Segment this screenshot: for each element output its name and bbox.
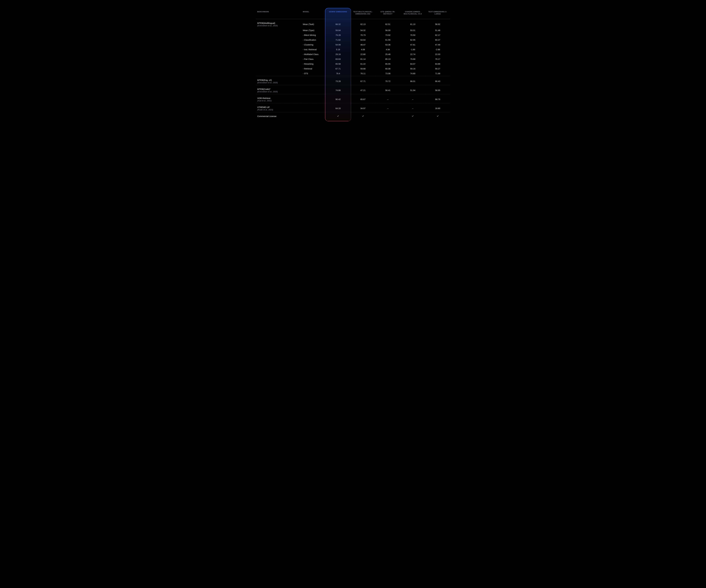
value-cell: 71.82 <box>326 38 350 42</box>
header-col-4: text-embedding-3-large <box>425 8 450 19</box>
model-label: - Reranking <box>302 61 326 66</box>
header-col-1: text-multilingual-embedding-002 <box>350 8 375 19</box>
benchmark-citation: (Enevoldsen et al., 2025) <box>257 25 300 27</box>
benchmark-cell <box>256 28 302 33</box>
model-label <box>302 85 326 94</box>
value-cell: 71.68 <box>425 71 450 76</box>
value-cell: – <box>400 103 425 112</box>
header-model: MODEL <box>302 8 326 19</box>
value-cell: 74.66 <box>326 85 350 94</box>
value-cell: 85.13 <box>376 57 400 61</box>
header-col-2: gte-Qwen2-7B-instruct <box>376 8 400 19</box>
table-row: XTREME-UP(Ruder et al., 2023)64.3334.97–… <box>256 103 450 112</box>
value-cell: 67.71 <box>326 66 350 71</box>
benchmark-table-wrap: BENCHMARK MODEL GEMINI EMBEDDING text-mu… <box>251 0 455 133</box>
check-icon <box>437 115 439 117</box>
value-cell: 64.07 <box>400 61 425 66</box>
value-cell: -1.89 <box>400 47 425 52</box>
value-cell: 68.76 <box>425 94 450 103</box>
model-label: - Pair Class. <box>302 57 326 61</box>
model-label: - Bitext Mining <box>302 33 326 38</box>
value-cell: 62.51 <box>376 19 400 28</box>
value-cell: 58.95 <box>425 85 450 94</box>
model-label <box>302 112 326 119</box>
value-cell: 22.80 <box>350 52 375 57</box>
value-cell: 18.80 <box>425 103 450 112</box>
table-row: - Inst. Retrieval5.184.084.94-1.89-2.68 <box>256 47 450 52</box>
value-cell: 4.94 <box>376 47 400 52</box>
header-col-3: Cohere-embed-multilingual-v3.0 <box>400 8 425 19</box>
value-cell: 79.4 <box>326 71 350 76</box>
value-cell: 64.33 <box>326 103 350 112</box>
table-row: MTEB(Eng, v2)(Enevoldsen et al., 2025)73… <box>256 76 450 85</box>
value-cell: 65.58 <box>326 61 350 66</box>
check-icon <box>412 115 414 117</box>
table-row: MTEB(Code)*(Enevoldsen et al., 2025)74.6… <box>256 85 450 94</box>
value-cell: 79.88 <box>400 57 425 61</box>
benchmark-title: Commercial License <box>257 115 276 117</box>
value-cell: 5.18 <box>326 47 350 52</box>
benchmark-table: BENCHMARK MODEL GEMINI EMBEDDING text-mu… <box>256 8 450 119</box>
value-cell <box>326 112 350 119</box>
value-cell: 79.28 <box>326 33 350 38</box>
value-cell: 67.71 <box>350 76 375 85</box>
value-cell: 65.55 <box>376 61 400 66</box>
value-cell: 74.80 <box>400 71 425 76</box>
value-cell: 54.32 <box>350 28 375 33</box>
table-row: - Reranking65.5861.2265.5564.0763.89 <box>256 61 450 66</box>
value-cell: 73.92 <box>376 33 400 38</box>
value-cell: 48.47 <box>350 42 375 47</box>
value-cell: 25.48 <box>376 52 400 57</box>
benchmark-title: XTREME-UP <box>257 106 270 109</box>
value-cell: 56.00 <box>376 28 400 33</box>
value-cell: 60.27 <box>425 38 450 42</box>
benchmark-citation: (Asai et al., 2021) <box>257 99 300 102</box>
benchmark-cell: XTREME-UP(Ruder et al., 2023) <box>256 103 302 112</box>
benchmark-cell <box>256 52 302 57</box>
model-label: - Multilabel Class. <box>302 52 326 57</box>
value-cell: 73.28 <box>326 76 350 85</box>
benchmark-cell: MTEB(Multilingual)(Enevoldsen et al., 20… <box>256 19 302 28</box>
value-cell <box>400 112 425 119</box>
model-label <box>302 94 326 103</box>
value-cell: 61.10 <box>400 19 425 28</box>
model-label: - Classification <box>302 38 326 42</box>
value-cell: 61.22 <box>350 61 375 66</box>
benchmark-cell <box>256 57 302 61</box>
value-cell: -2.68 <box>425 47 450 52</box>
benchmark-title: XOR-Retrieve <box>257 97 270 99</box>
value-cell: 59.68 <box>350 66 375 71</box>
value-cell: 90.42 <box>326 94 350 103</box>
benchmark-cell: Commercial License <box>256 112 302 119</box>
table-row: - STS79.476.1173.9874.8071.68 <box>256 71 450 76</box>
value-cell: – <box>376 94 400 103</box>
check-icon <box>337 115 339 117</box>
value-cell <box>376 112 400 119</box>
benchmark-cell <box>256 71 302 76</box>
table-row: - Bitext Mining79.2870.7373.9270.5062.17 <box>256 33 450 38</box>
value-cell: 22.03 <box>425 52 450 57</box>
value-cell: 34.97 <box>350 103 375 112</box>
table-row: - Classification71.8264.6461.5562.9560.2… <box>256 38 450 42</box>
table-row: - Pair Class.83.6381.1485.1379.8879.17 <box>256 57 450 61</box>
model-label: - Retrieval <box>302 66 326 71</box>
value-cell: 62.95 <box>400 38 425 42</box>
benchmark-title: MTEB(Multilingual) <box>257 22 275 24</box>
value-cell <box>425 112 450 119</box>
value-cell: 54.99 <box>326 42 350 47</box>
value-cell: 61.55 <box>376 38 400 42</box>
value-cell: 59.64 <box>326 28 350 33</box>
header-row: BENCHMARK MODEL GEMINI EMBEDDING text-mu… <box>256 8 450 19</box>
value-cell: 53.36 <box>376 42 400 47</box>
benchmark-cell <box>256 66 302 71</box>
value-cell <box>350 112 375 119</box>
model-label: - Clustering <box>302 42 326 47</box>
value-cell: 59.16 <box>400 66 425 71</box>
value-cell: 47.61 <box>400 42 425 47</box>
table-row: - Retrieval67.7159.6860.0859.1659.27 <box>256 66 450 71</box>
value-cell: 79.17 <box>425 57 450 61</box>
benchmark-cell <box>256 61 302 66</box>
value-cell: 81.14 <box>350 57 375 61</box>
model-label: - Inst. Retrieval <box>302 47 326 52</box>
value-cell: 29.16 <box>326 52 350 57</box>
